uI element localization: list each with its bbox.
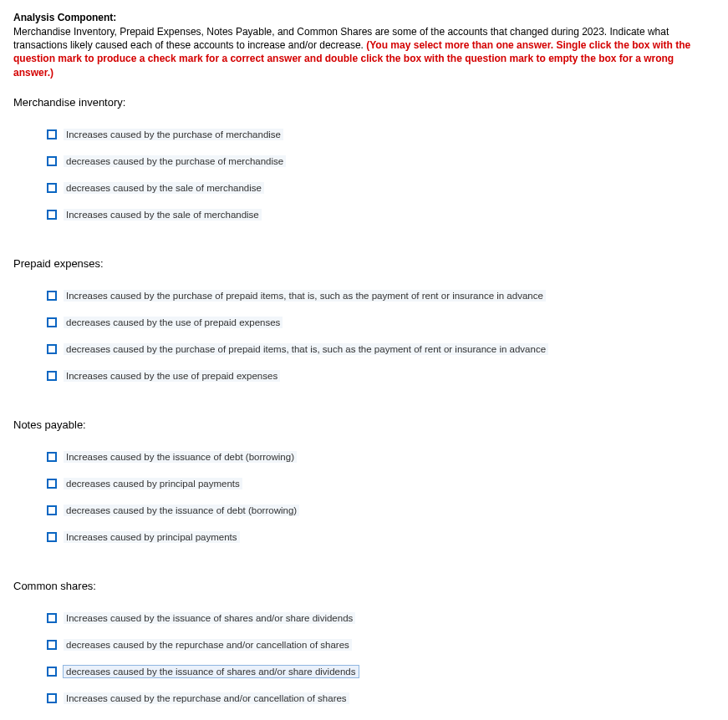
merch-option-row: decreases caused by the purchase of merc…: [47, 155, 715, 167]
notes-option-row: Increases caused by the issuance of debt…: [47, 451, 715, 463]
option-label: Increases caused by the repurchase and/o…: [64, 692, 349, 704]
prepaid-options: Increases caused by the purchase of prep…: [47, 290, 715, 382]
option-label: Increases caused by the use of prepaid e…: [64, 370, 280, 382]
option-label: Increases caused by the sale of merchand…: [64, 209, 262, 221]
section-label-merchandise: Merchandise inventory:: [13, 96, 715, 109]
checkbox[interactable]: [47, 479, 57, 489]
merch-option-row: Increases caused by the sale of merchand…: [47, 209, 715, 221]
intro-paragraph: Merchandise Inventory, Prepaid Expenses,…: [13, 25, 715, 79]
prepaid-option-row: Increases caused by the use of prepaid e…: [47, 370, 715, 382]
prepaid-option-row: decreases caused by the purchase of prep…: [47, 343, 715, 355]
notes-option-row: decreases caused by the issuance of debt…: [47, 505, 715, 516]
notes-options: Increases caused by the issuance of debt…: [47, 451, 715, 543]
option-label: decreases caused by the repurchase and/o…: [64, 639, 352, 651]
common-option-row: decreases caused by the issuance of shar…: [47, 666, 715, 677]
checkbox[interactable]: [47, 371, 57, 381]
analysis-heading: Analysis Component:: [13, 12, 715, 23]
merchandise-options: Increases caused by the purchase of merc…: [47, 129, 715, 221]
notes-option-row: decreases caused by principal payments: [47, 478, 715, 489]
checkbox[interactable]: [47, 344, 57, 354]
option-label: decreases caused by the use of prepaid e…: [64, 317, 283, 328]
common-options: Increases caused by the issuance of shar…: [47, 612, 715, 704]
prepaid-option-row: decreases caused by the use of prepaid e…: [47, 317, 715, 328]
merch-option-row: Increases caused by the purchase of merc…: [47, 129, 715, 140]
checkbox[interactable]: [47, 156, 57, 166]
checkbox[interactable]: [47, 667, 57, 677]
checkbox[interactable]: [47, 129, 57, 139]
section-label-notes: Notes payable:: [13, 418, 715, 431]
option-label: decreases caused by the issuance of debt…: [64, 505, 299, 516]
option-label: Increases caused by the purchase of prep…: [64, 290, 546, 302]
option-label: decreases caused by the purchase of prep…: [64, 343, 548, 355]
checkbox[interactable]: [47, 317, 57, 327]
option-label: decreases caused by the issuance of shar…: [64, 666, 359, 677]
checkbox[interactable]: [47, 210, 57, 220]
common-option-row: Increases caused by the issuance of shar…: [47, 612, 715, 624]
section-label-common: Common shares:: [13, 580, 715, 592]
option-label: decreases caused by principal payments: [64, 478, 242, 489]
checkbox[interactable]: [47, 532, 57, 542]
checkbox[interactable]: [47, 291, 57, 301]
checkbox[interactable]: [47, 452, 57, 462]
option-label: decreases caused by the sale of merchand…: [64, 182, 264, 194]
option-label: Increases caused by the issuance of shar…: [64, 612, 355, 624]
checkbox[interactable]: [47, 183, 57, 193]
option-label: decreases caused by the purchase of merc…: [64, 155, 286, 167]
notes-option-row: Increases caused by principal payments: [47, 531, 715, 543]
checkbox[interactable]: [47, 640, 57, 650]
merch-option-row: decreases caused by the sale of merchand…: [47, 182, 715, 194]
common-option-row: decreases caused by the repurchase and/o…: [47, 639, 715, 651]
checkbox[interactable]: [47, 505, 57, 515]
prepaid-option-row: Increases caused by the purchase of prep…: [47, 290, 715, 302]
checkbox[interactable]: [47, 693, 57, 703]
common-option-row: Increases caused by the repurchase and/o…: [47, 692, 715, 704]
option-label: Increases caused by the issuance of debt…: [64, 451, 297, 463]
option-label: Increases caused by the purchase of merc…: [64, 129, 283, 140]
option-label: Increases caused by principal payments: [64, 531, 240, 543]
section-label-prepaid: Prepaid expenses:: [13, 257, 715, 270]
checkbox[interactable]: [47, 613, 57, 623]
